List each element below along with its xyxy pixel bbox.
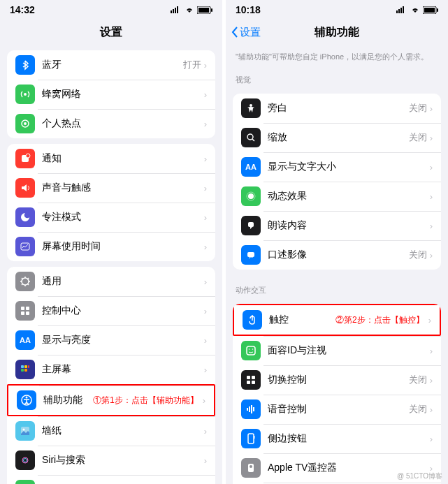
svg-rect-49: [247, 346, 255, 355]
settings-row-cellular[interactable]: 蜂窝网络 ›: [7, 80, 215, 109]
status-time: 10:18: [236, 4, 261, 15]
row-label: 个人热点: [42, 117, 204, 130]
settings-row-display[interactable]: AA 显示与亮度 ›: [7, 325, 215, 355]
svg-text:AA: AA: [245, 163, 256, 171]
svg-rect-15: [26, 307, 29, 310]
chevron-right-icon: ›: [430, 250, 433, 261]
row-label: Siri与搜索: [42, 454, 204, 467]
settings-row-faceid2[interactable]: 面容ID与注视 ›: [233, 336, 441, 365]
faceid-icon: [15, 480, 35, 484]
chevron-right-icon: ›: [204, 455, 207, 466]
step-annotation: ②第2步：点击【触控】: [335, 314, 424, 326]
svg-rect-57: [249, 406, 250, 412]
section-header: 动作交互: [226, 275, 448, 298]
settings-row-screentime[interactable]: 屏幕使用时间 ›: [7, 232, 215, 261]
control-icon: [15, 301, 35, 321]
nav-bar: 设置: [0, 20, 222, 45]
settings-row-home[interactable]: 主屏幕 ›: [7, 355, 215, 384]
chevron-right-icon: ›: [204, 335, 207, 346]
svg-text:AA: AA: [20, 336, 31, 344]
settings-row-zoom[interactable]: 缩放 关闭 ›: [233, 123, 441, 152]
svg-rect-22: [21, 369, 24, 372]
svg-rect-53: [252, 376, 255, 379]
svg-rect-0: [171, 10, 172, 13]
signal-icon: [171, 6, 182, 13]
settings-row-focus[interactable]: 专注模式 ›: [7, 203, 215, 232]
svg-point-51: [252, 349, 254, 350]
chevron-right-icon: ›: [203, 395, 205, 406]
svg-rect-17: [26, 311, 29, 315]
chevron-right-icon: ›: [430, 434, 433, 444]
settings-row-bluetooth[interactable]: 蓝牙 打开 ›: [7, 50, 215, 80]
wifi-icon: [185, 6, 194, 13]
svg-rect-56: [247, 408, 248, 411]
settings-scroll[interactable]: 蓝牙 打开 › 蜂窝网络 › 个人热点 › 通知 › 声音与触感 › 专注模式 …: [0, 45, 222, 484]
touch-icon: [243, 310, 262, 330]
row-label: 屏幕使用时间: [42, 240, 204, 253]
wifi-icon: [410, 6, 420, 13]
phone-left: 14:32 设置 蓝牙 打开 › 蜂窝网络 › 个人热点 › 通知 › 声音与触…: [0, 0, 222, 484]
settings-row-spoken[interactable]: 朗读内容 ›: [233, 211, 441, 240]
status-time: 14:32: [10, 4, 35, 15]
svg-rect-59: [253, 407, 254, 411]
settings-row-wallpaper[interactable]: 墙纸 ›: [7, 416, 215, 446]
settings-row-general[interactable]: 通用 ›: [7, 267, 215, 296]
status-icons: [171, 6, 212, 14]
siri-icon: [15, 450, 35, 470]
svg-point-11: [26, 154, 30, 158]
phone-right: 10:18 设置 辅助功能 "辅助功能"可帮助您自定 iPhone，以满足您的个…: [226, 0, 448, 484]
status-bar: 10:18: [226, 0, 448, 20]
settings-row-side[interactable]: 侧边按钮 ›: [233, 424, 441, 453]
row-label: 蜂窝网络: [42, 88, 204, 101]
settings-row-siri[interactable]: Siri与搜索 ›: [7, 446, 215, 475]
svg-point-8: [24, 122, 27, 125]
hotspot-icon: [15, 114, 35, 133]
screentime-icon: [15, 237, 35, 256]
settings-row-hotspot[interactable]: 个人热点 ›: [7, 109, 215, 138]
watermark: @ 51CTO博客: [397, 471, 442, 481]
settings-row-accessibility[interactable]: 辅助功能 ①第1步：点击【辅助功能】 ›: [7, 384, 215, 416]
svg-rect-47: [247, 252, 254, 257]
notification-icon: [15, 149, 35, 168]
accessibility-scroll[interactable]: "辅助功能"可帮助您自定 iPhone，以满足您的个人需求。 视觉 旁白 关闭 …: [226, 45, 448, 484]
settings-row-voice[interactable]: 语音控制 关闭 ›: [233, 395, 441, 424]
settings-row-switch[interactable]: 切换控制 关闭 ›: [233, 365, 441, 395]
settings-row-sound[interactable]: 声音与触感 ›: [7, 173, 215, 203]
svg-rect-12: [21, 243, 29, 250]
settings-group: 触控 ②第2步：点击【触控】 › 面容ID与注视 › 切换控制 关闭 › 语音控…: [233, 304, 441, 484]
svg-rect-19: [21, 365, 24, 368]
row-value: 关闭: [409, 131, 427, 144]
signal-icon: [396, 6, 407, 13]
row-label: 触控: [269, 314, 335, 326]
svg-rect-2: [175, 8, 176, 13]
svg-rect-5: [198, 8, 209, 13]
svg-rect-34: [396, 10, 398, 13]
chevron-right-icon: ›: [430, 375, 433, 386]
settings-group: 蓝牙 打开 › 蜂窝网络 › 个人热点 ›: [7, 50, 215, 138]
row-label: 侧边按钮: [268, 432, 430, 445]
chevron-right-icon: ›: [204, 183, 207, 193]
nav-bar: 设置 辅助功能: [226, 20, 448, 45]
settings-row-motion[interactable]: 动态效果 ›: [233, 182, 441, 211]
settings-row-notification[interactable]: 通知 ›: [7, 144, 215, 173]
settings-row-textsize[interactable]: AA 显示与文字大小 ›: [233, 152, 441, 182]
back-button[interactable]: 设置: [231, 26, 261, 39]
audio-desc-icon: [241, 245, 261, 265]
row-value: 关闭: [409, 403, 427, 416]
row-label: 通知: [42, 152, 204, 165]
svg-point-25: [26, 397, 28, 399]
side-icon: [241, 429, 261, 448]
settings-row-audio-desc[interactable]: 口述影像 关闭 ›: [233, 240, 441, 270]
step-annotation: ①第1步：点击【辅助功能】: [93, 395, 198, 406]
chevron-right-icon: ›: [204, 60, 207, 71]
chevron-right-icon: ›: [204, 277, 207, 287]
settings-row-control[interactable]: 控制中心 ›: [7, 296, 215, 325]
settings-row-voiceover[interactable]: 旁白 关闭 ›: [233, 94, 441, 123]
row-label: 朗读内容: [268, 219, 430, 232]
svg-rect-58: [251, 405, 252, 413]
svg-rect-1: [173, 9, 174, 13]
settings-row-touch[interactable]: 触控 ②第2步：点击【触控】 ›: [233, 304, 441, 336]
row-label: 通用: [42, 275, 204, 288]
row-label: 墙纸: [42, 425, 204, 437]
settings-row-faceid[interactable]: 面容ID与密码 ›: [7, 475, 215, 484]
